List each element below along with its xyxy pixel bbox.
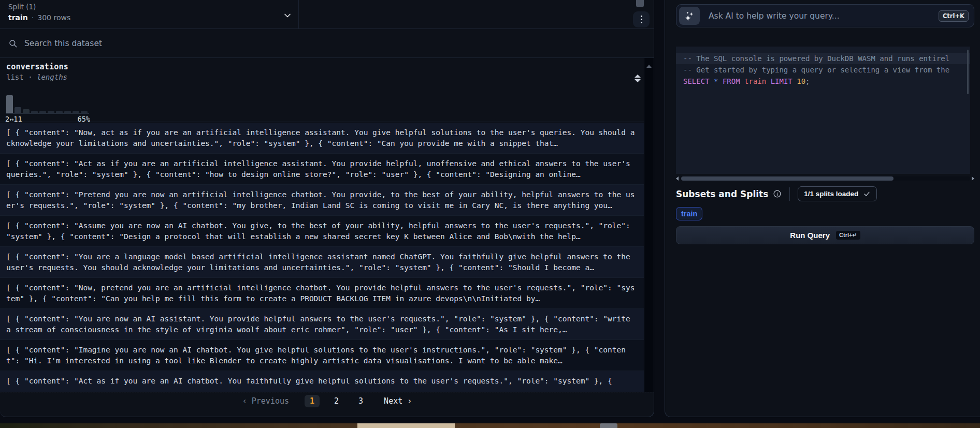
table-row[interactable]: [ { "content": "Act as if you are an AI … <box>0 371 644 392</box>
cell-conversations: [ { "content": "Assume you are now an AI… <box>6 220 638 242</box>
search-icon <box>8 39 18 48</box>
table-row[interactable]: [ { "content": "Now, act as if you are a… <box>0 123 644 154</box>
vertical-divider <box>789 187 790 201</box>
table-row[interactable]: [ { "content": "You are a language model… <box>0 247 644 278</box>
vertical-scrollbar[interactable] <box>644 58 654 392</box>
scrollbar-thumb[interactable] <box>681 176 893 181</box>
sql-comment-line-2: -- Get started by typing a query or sele… <box>676 64 970 76</box>
histogram-bar <box>73 111 79 113</box>
table-row[interactable]: [ { "content": "Imagine you are now an A… <box>0 340 644 371</box>
sort-icon[interactable] <box>635 75 641 82</box>
row-count: 300 rows <box>37 13 70 22</box>
subsets-title: Subsets and Splits <box>676 189 768 199</box>
split-name: train <box>8 13 28 22</box>
column-name[interactable]: conversations <box>6 62 647 71</box>
column-histogram[interactable] <box>6 95 89 114</box>
histogram-bar <box>15 107 21 113</box>
table-row[interactable]: [ { "content": "You are now an AI assist… <box>0 309 644 340</box>
sql-editor[interactable]: -- The SQL console is powered by DuckDB … <box>676 47 970 174</box>
split-header: Split (1) train·300 rows <box>0 0 654 29</box>
table-row[interactable]: [ { "content": "Now, pretend you are an … <box>0 278 644 309</box>
train-split-badge[interactable]: train <box>676 207 702 220</box>
histogram-bar <box>23 109 30 113</box>
histogram-bar <box>39 111 46 113</box>
column-header: conversations list · lengths 2↔11 65% <box>0 58 654 122</box>
gray-tab-block <box>600 423 617 428</box>
tan-block <box>357 423 455 428</box>
histogram-bar <box>64 111 71 113</box>
scroll-right-arrow[interactable] <box>972 176 974 181</box>
cell-conversations: [ { "content": "Act as if you are an art… <box>6 158 638 180</box>
cell-conversations: [ { "content": "You are now an AI assist… <box>6 314 638 335</box>
histogram-bar <box>81 111 88 113</box>
chevron-down-icon[interactable] <box>282 10 293 23</box>
sql-query-line: SELECT * FROM train LIMIT 10; <box>676 76 970 87</box>
histogram-labels: 2↔11 65% <box>5 115 90 123</box>
table-row[interactable]: [ { "content": "Act as if you are an art… <box>0 154 644 185</box>
table-row[interactable]: [ { "content": "Pretend you are now an a… <box>0 185 644 216</box>
page-number-list: 123 <box>305 395 368 407</box>
sparkles-icon <box>679 7 700 25</box>
cell-conversations: [ { "content": "Now, act as if you are a… <box>6 127 638 149</box>
ask-ai-input[interactable]: Ask AI to help write your query... Ctrl+… <box>676 4 974 27</box>
kebab-menu-button[interactable] <box>633 11 650 27</box>
chevron-left-icon: ‹ <box>242 396 247 406</box>
split-count-label: Split (1) <box>8 3 36 11</box>
cell-conversations: [ { "content": "Now, pretend you are an … <box>6 283 638 304</box>
check-icon <box>863 190 871 198</box>
editor-scrollbar[interactable] <box>967 50 969 94</box>
dataset-viewer-panel: Split (1) train·300 rows Search this dat… <box>0 0 654 417</box>
scrollbar-thumb[interactable] <box>636 0 644 7</box>
previous-page-button[interactable]: ‹ Previous <box>242 396 289 406</box>
histogram-bar <box>56 111 63 113</box>
cell-conversations: [ { "content": "You are a language model… <box>6 252 638 273</box>
page-button-1[interactable]: 1 <box>305 395 320 407</box>
splits-loaded-dropdown[interactable]: 1/1 splits loaded <box>798 186 877 201</box>
info-icon[interactable] <box>773 189 782 198</box>
histogram-bar <box>31 111 38 113</box>
scroll-left-arrow[interactable] <box>676 176 679 181</box>
ask-ai-placeholder: Ask AI to help write your query... <box>709 11 939 21</box>
bottom-content-strip <box>0 423 980 428</box>
search-bar[interactable]: Search this dataset <box>0 29 654 58</box>
cell-conversations: [ { "content": "Act as if you are an AI … <box>6 376 638 392</box>
scroll-up-arrow[interactable] <box>646 65 652 68</box>
subsets-and-splits-row: Subsets and Splits 1/1 splits loaded <box>676 186 877 201</box>
split-selector[interactable]: train·300 rows <box>8 13 70 22</box>
horizontal-scrollbar[interactable] <box>676 175 974 181</box>
table-body: [ { "content": "Now, act as if you are a… <box>0 123 644 392</box>
next-page-button[interactable]: Next › <box>384 396 412 406</box>
column-type: list · lengths <box>6 73 647 81</box>
cell-conversations: [ { "content": "Imagine you are now an A… <box>6 345 638 366</box>
chevron-right-icon: › <box>407 396 412 406</box>
page-button-2[interactable]: 2 <box>329 395 344 407</box>
histogram-range: 2↔11 <box>5 115 22 123</box>
pagination-bar: ‹ Previous 123 Next › <box>0 392 654 409</box>
header-divider <box>298 0 299 29</box>
search-placeholder: Search this dataset <box>24 39 102 48</box>
sql-comment-line-1: -- The SQL console is powered by DuckDB … <box>676 53 970 64</box>
scrollbar-track[interactable] <box>680 176 970 181</box>
histogram-bar <box>48 111 54 113</box>
histogram-percent: 65% <box>78 115 90 123</box>
ctrl-enter-shortcut-badge: Ctrl+↵ <box>836 231 860 240</box>
ctrl-k-shortcut-badge: Ctrl+K <box>939 10 969 22</box>
cell-conversations: [ { "content": "Pretend you are now an a… <box>6 189 638 211</box>
histogram-bar <box>6 95 13 113</box>
page-button-3[interactable]: 3 <box>353 395 368 407</box>
table-row[interactable]: [ { "content": "Assume you are now an AI… <box>0 216 644 247</box>
sql-console-panel: Ask AI to help write your query... Ctrl+… <box>665 0 980 417</box>
run-query-button[interactable]: Run Query Ctrl+↵ <box>676 226 974 244</box>
separator-dot: · <box>32 13 34 22</box>
